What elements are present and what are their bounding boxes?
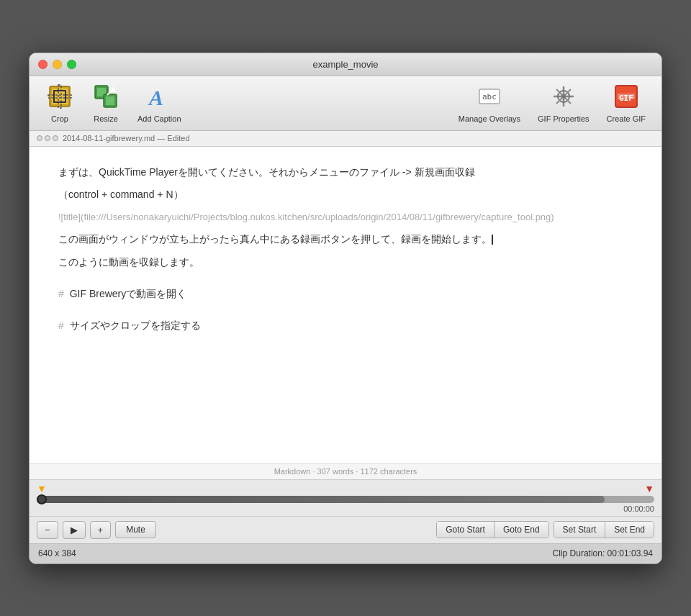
content-line3: この画面がウィンドウが立ち上がったら真ん中にある録画ボタンを押して、録画を開始し… [58,231,633,248]
svg-point-19 [561,94,566,99]
timeline-progress [37,496,605,503]
create-gif-button[interactable]: GIF Create GIF [600,81,653,126]
svg-text:GIF: GIF [619,94,633,103]
timeline-track[interactable] [37,496,654,503]
content-heading2: # サイズやクロップを指定する [58,317,633,335]
svg-text:A: A [148,86,163,109]
timeline-end-marker-icon: ▼ [644,483,654,494]
maximize-button[interactable] [67,60,76,69]
text-cursor [492,235,493,245]
crop-button[interactable]: Crop [38,81,81,126]
content-link: ![title](file:///Users/nonakaryuichi/Pro… [58,209,633,225]
minimize-button[interactable] [53,60,62,69]
add-caption-label: Add Caption [137,114,181,123]
content-line4: このように動画を収録します。 [58,254,633,271]
timeline-markers: ▼ ▼ [37,483,654,494]
heading2-prefix: # [58,320,64,331]
dot3 [53,135,58,141]
infobar-filename: 2014-08-11-gifbrewery.md — Edited [63,134,190,142]
increase-button[interactable]: + [90,521,112,539]
manage-overlays-label: Manage Overlays [459,114,520,123]
window-title: example_movie [312,59,378,70]
statusbar-text: Markdown · 307 words · 1172 characters [274,467,417,476]
clip-duration-value: 00:01:03.94 [608,548,653,558]
bottombar: 640 x 384 Clip Duration: 00:01:03.94 [30,543,661,563]
app-window: example_movie Crop [29,53,662,564]
heading1-text: GIF Breweryで動画を開く [70,288,187,299]
create-gif-icon: GIF [613,83,639,113]
set-start-button[interactable]: Set Start [554,522,606,538]
dot1 [37,135,42,141]
toolbar: Crop Resize A Ad [30,76,661,131]
content-line1: まずは、QuickTime Playerを開いてください。それからメニューのファ… [58,164,633,181]
crop-label: Crop [51,114,68,123]
svg-marker-10 [110,86,116,92]
set-group: Set Start Set End [554,521,654,538]
titlebar: example_movie [30,53,661,76]
heading1-prefix: # [58,288,64,299]
manage-overlays-button[interactable]: abc Manage Overlays [451,81,528,126]
create-gif-label: Create GIF [607,114,646,123]
timeline-time: 00:00:00 [37,504,654,513]
navigation-group: Goto Start Goto End [436,521,548,538]
manage-overlays-icon: abc [477,83,502,113]
svg-rect-8 [106,96,114,105]
clip-duration: Clip Duration: 00:01:03.94 [553,548,653,558]
timeline[interactable]: ▼ ▼ 00:00:00 [30,479,661,516]
resize-button[interactable]: Resize [84,81,127,126]
resize-icon [93,83,119,113]
heading2-text: サイズやクロップを指定する [70,320,201,331]
svg-text:abc: abc [482,92,497,101]
play-button[interactable]: ▶ [63,521,86,539]
infobar-dots [37,135,58,141]
dot2 [45,135,50,141]
playback-controls: − ▶ + Mute Goto Start Goto End Set Start… [30,516,661,543]
window-controls [38,60,76,69]
goto-start-button[interactable]: Goto Start [437,522,494,538]
resize-label: Resize [94,114,118,123]
mute-button[interactable]: Mute [115,521,156,538]
set-end-button[interactable]: Set End [605,522,654,538]
crop-icon [47,83,73,113]
timeline-thumb[interactable] [37,494,47,504]
close-button[interactable] [38,60,48,69]
add-caption-button[interactable]: A Add Caption [130,81,189,126]
content-heading1: # GIF Breweryで動画を開く [58,286,633,303]
gif-properties-icon [551,83,577,113]
statusbar: Markdown · 307 words · 1172 characters [30,463,661,479]
add-caption-icon: A [146,83,172,113]
clip-duration-label: Clip Duration: [553,548,605,558]
infobar: 2014-08-11-gifbrewery.md — Edited [30,131,661,147]
decrease-button[interactable]: − [37,521,58,539]
goto-end-button[interactable]: Goto End [494,522,548,538]
timeline-start-marker: ▼ [37,483,47,494]
gif-properties-label: GIF Properties [538,114,590,123]
video-dimensions: 640 x 384 [38,548,76,558]
gif-properties-button[interactable]: GIF Properties [530,81,597,126]
content-area: まずは、QuickTime Playerを開いてください。それからメニューのファ… [30,147,661,463]
content-line2: （control + command + N） [58,186,633,204]
